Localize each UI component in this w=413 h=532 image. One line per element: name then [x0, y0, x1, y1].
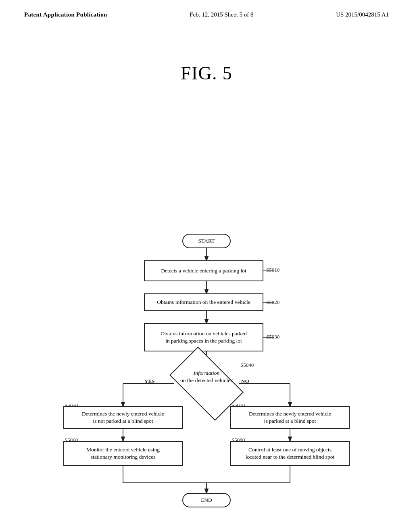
s5010-label: S5010 [266, 267, 280, 273]
yes-label: YES [144, 378, 154, 384]
s5060-node: Monitor the entered vehicle using statio… [63, 441, 183, 466]
header-center: Feb. 12, 2015 Sheet 5 of 8 [190, 11, 253, 18]
s5080-node: Control at least one of moving objects l… [230, 441, 350, 466]
s5020-label: S5020 [266, 299, 280, 305]
s5070-node: Determines the newly entered vehicle is … [230, 406, 350, 429]
s5050-label: S5050 [65, 402, 78, 409]
start-node: START [182, 234, 231, 248]
page-header: Patent Application Publication Feb. 12, … [0, 0, 413, 18]
s5080-label: S5080 [232, 437, 245, 443]
header-left: Patent Application Publication [24, 11, 107, 18]
end-node: END [182, 493, 231, 507]
no-label: NO [241, 378, 249, 384]
s5010-node: Detects a vehicle entering a parking lot [144, 260, 263, 281]
figure-title: FIG. 5 [0, 62, 413, 84]
s5060-label: S5060 [65, 437, 78, 443]
header-right: US 2015/0042815 A1 [336, 11, 389, 18]
s5070-label: S5070 [232, 402, 245, 409]
s5030-label: S5030 [266, 334, 280, 340]
s5040-diamond-wrapper: Information on the detected vehicle? [174, 364, 239, 404]
s5030-node: Obtains information on vehicles parked i… [144, 323, 263, 351]
s5050-node: Determines the newly entered vehicle is … [63, 406, 183, 429]
s5020-node: Obtains information on the entered vehic… [144, 293, 263, 311]
s5040-label: S5040 [240, 362, 254, 368]
